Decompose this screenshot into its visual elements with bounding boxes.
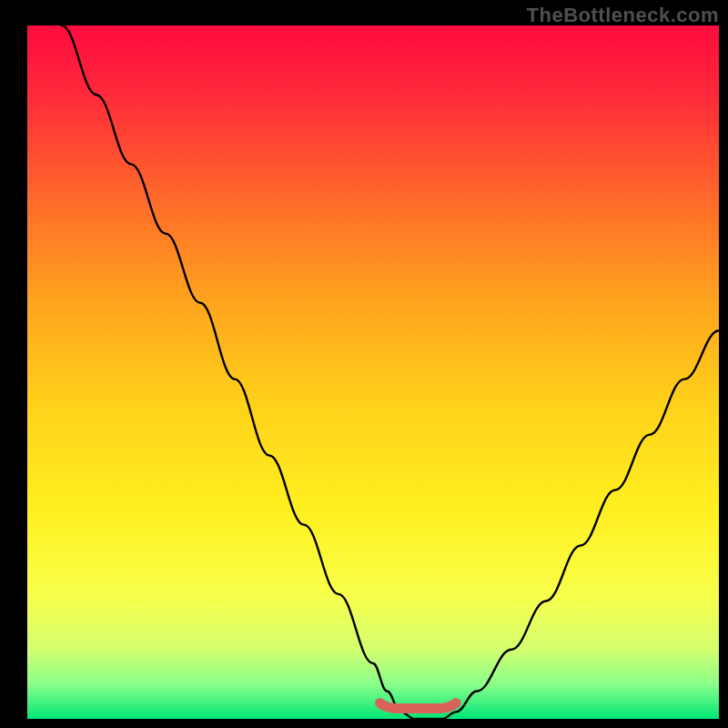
watermark-text: TheBottleneck.com <box>527 4 719 27</box>
bottleneck-chart <box>0 0 728 728</box>
chart-frame: TheBottleneck.com <box>0 0 728 728</box>
plot-background <box>27 25 719 719</box>
flat-highlight <box>380 703 457 709</box>
